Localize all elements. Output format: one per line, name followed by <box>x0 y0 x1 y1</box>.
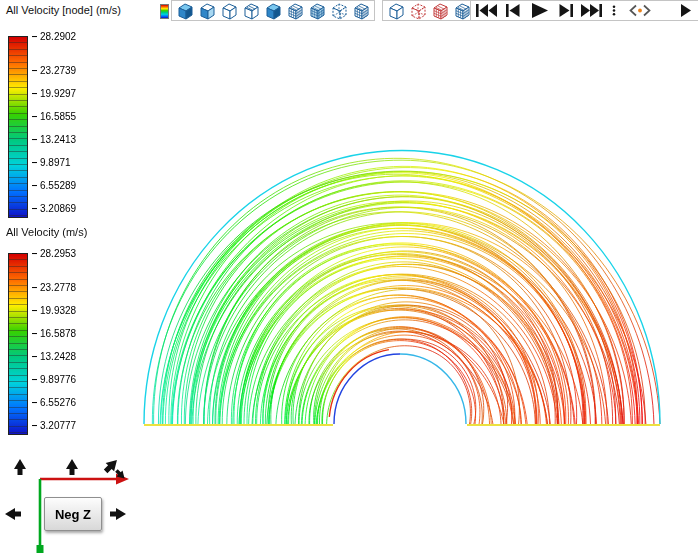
tick-value: 19.9297 <box>40 88 76 99</box>
application-window: All Velocity [node] (m/s) 28.290223.2739… <box>0 0 698 555</box>
mini-colorbar-icon <box>160 4 169 19</box>
legend-tick: 6.55276 <box>32 397 76 408</box>
view-direction-button[interactable]: Neg Z <box>44 497 102 531</box>
tilt-up-arrow[interactable] <box>66 459 78 475</box>
legend-tick: 23.2739 <box>32 65 76 76</box>
view-style-toolbar <box>171 0 375 21</box>
legend-tick: 23.2778 <box>32 282 76 293</box>
playback-toolbar <box>470 0 698 21</box>
tick-mark <box>32 379 37 380</box>
face-grid-cube-icon[interactable] <box>284 1 306 21</box>
next-frame-button[interactable] <box>552 1 578 21</box>
colorbar-ticks: 28.290223.273919.929716.585513.24139.897… <box>32 36 118 218</box>
half-shaded-cube-icon[interactable] <box>196 1 218 21</box>
tick-mark <box>32 185 37 186</box>
tick-mark <box>32 36 37 37</box>
section-toolbar <box>382 0 476 21</box>
legend-tick: 6.55289 <box>32 180 76 191</box>
y-axis-end-marker <box>37 545 44 553</box>
skip-first-button[interactable] <box>473 1 499 21</box>
skip-last-button[interactable] <box>579 1 605 21</box>
tick-mark <box>32 139 37 140</box>
mesh-cube-icon[interactable] <box>306 1 328 21</box>
tick-mark <box>32 208 37 209</box>
legend-tick: 3.20777 <box>32 420 76 431</box>
tick-value: 13.2428 <box>40 351 76 362</box>
rotate-up-arrow[interactable] <box>14 459 26 475</box>
legend-tick: 16.5855 <box>32 111 76 122</box>
tick-value: 23.2739 <box>40 65 76 76</box>
tick-value: 9.8971 <box>40 157 71 168</box>
colorbar <box>8 253 28 435</box>
tick-mark <box>32 425 37 426</box>
tick-value: 16.5855 <box>40 111 76 122</box>
grid-cube-icon[interactable] <box>350 1 372 21</box>
tick-mark <box>32 93 37 94</box>
tick-value: 16.5878 <box>40 328 76 339</box>
legend-tick: 13.2413 <box>32 134 76 145</box>
tick-value: 23.2778 <box>40 282 76 293</box>
red-wire-cube-icon[interactable] <box>407 1 429 21</box>
tick-value: 28.2953 <box>40 248 76 259</box>
top-toolbar: All Velocity [node] (m/s) <box>0 0 698 22</box>
tick-value: 9.89776 <box>40 374 76 385</box>
tick-mark <box>32 356 37 357</box>
outline-cube-icon[interactable] <box>218 1 240 21</box>
legend-tick: 16.5878 <box>32 328 76 339</box>
play-button[interactable] <box>526 1 552 21</box>
tick-value: 19.9328 <box>40 305 76 316</box>
legend-tick: 28.2902 <box>32 31 76 42</box>
clip-cube-icon[interactable] <box>385 1 407 21</box>
tick-mark <box>32 310 37 311</box>
legend-tick: 13.2428 <box>32 351 76 362</box>
tick-value: 6.55289 <box>40 180 76 191</box>
legend-tick: 19.9297 <box>32 88 76 99</box>
tick-value: 13.2413 <box>40 134 76 145</box>
tick-mark <box>32 253 37 254</box>
tick-mark <box>32 116 37 117</box>
colorbar-ticks: 28.295323.277819.932816.587813.24289.897… <box>32 253 118 435</box>
tick-mark <box>32 333 37 334</box>
tick-value: 28.2902 <box>40 31 76 42</box>
legend-tick: 3.20869 <box>32 203 76 214</box>
tick-mark <box>32 70 37 71</box>
legend-title: All Velocity (m/s) <box>6 226 87 238</box>
legend-tick: 19.9328 <box>32 305 76 316</box>
legend-title-node: All Velocity [node] (m/s) <box>6 4 121 16</box>
tick-value: 6.55276 <box>40 397 76 408</box>
solid-cube-icon[interactable] <box>262 1 284 21</box>
tick-value: 3.20869 <box>40 203 76 214</box>
wireframe-cube-icon[interactable] <box>328 1 350 21</box>
colorbar <box>8 36 28 218</box>
top-grid-cube-icon[interactable] <box>240 1 262 21</box>
prev-frame-button[interactable] <box>499 1 525 21</box>
shaded-cube-icon[interactable] <box>174 1 196 21</box>
tick-mark <box>32 162 37 163</box>
tick-value: 3.20777 <box>40 420 76 431</box>
legend-tick: 9.8971 <box>32 157 71 168</box>
legend-tick: 9.89776 <box>32 374 76 385</box>
tick-mark <box>32 402 37 403</box>
red-grid-cube-icon[interactable] <box>429 1 451 21</box>
more-options-button[interactable] <box>605 1 623 21</box>
rotate-left-arrow[interactable] <box>5 508 21 520</box>
code-view-button[interactable] <box>623 1 656 21</box>
tick-mark <box>32 287 37 288</box>
clipped-edge-button[interactable] <box>677 1 698 21</box>
rotate-right-arrow[interactable] <box>110 508 126 520</box>
legend-tick: 28.2953 <box>32 248 76 259</box>
